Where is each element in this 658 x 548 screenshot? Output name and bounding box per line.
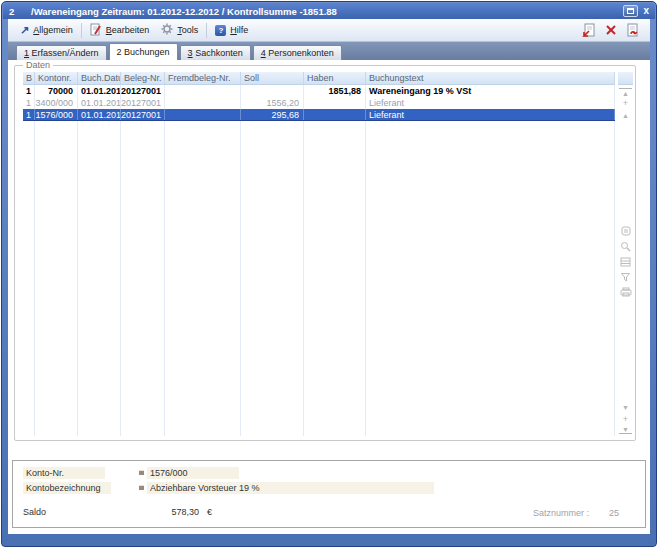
menu-label: Allgemein xyxy=(33,25,73,35)
column-header[interactable]: Fremdbeleg-Nr. xyxy=(165,72,241,84)
cell-kontonr: 1576/000 xyxy=(35,109,78,120)
column-header[interactable]: Kontonr. xyxy=(35,72,78,84)
menu-separator xyxy=(81,23,82,38)
close-icon[interactable]: x xyxy=(643,6,649,16)
main-area: Daten B Kontonr. Buch.Datum Beleg-Nr. Fr… xyxy=(8,60,650,451)
window-title: /Wareneingang Zeitraum: 01.2012-12.2012 … xyxy=(31,6,337,17)
menu-tools[interactable]: Tools xyxy=(155,21,204,39)
kontobezeichnung-label: Kontobezeichnung xyxy=(23,482,111,494)
page-down-icon[interactable]: + xyxy=(619,413,632,425)
window-number: 2 xyxy=(9,6,31,17)
first-row-icon[interactable]: ▲ xyxy=(619,88,632,97)
menu-label: Hilfe xyxy=(230,25,248,35)
satznummer-value: 25 xyxy=(609,508,619,518)
menubar: ↗ Allgemein Bearbeiten Tools ? Hilfe xyxy=(8,19,650,42)
kontobezeichnung-field[interactable]: Abziehbare Vorsteuer 19 % xyxy=(147,482,434,494)
menu-separator xyxy=(206,23,207,38)
columns-icon[interactable] xyxy=(621,226,631,236)
cell-haben xyxy=(304,97,366,109)
table-header-corner xyxy=(618,72,633,85)
cell-haben: 1851,88 xyxy=(304,85,366,97)
cell-soll: 1556,20 xyxy=(241,97,304,109)
page-edit-icon xyxy=(90,23,102,38)
cell-soll: 295,68 xyxy=(241,109,304,120)
satznummer: Satznummer : 25 xyxy=(533,508,619,518)
help-icon: ? xyxy=(215,25,226,36)
cell-buchungstext: Lieferant xyxy=(366,109,615,120)
column-header[interactable]: Buch.Datum xyxy=(78,72,121,84)
print-icon[interactable] xyxy=(620,287,632,297)
cell-soll xyxy=(241,85,304,97)
sum-icon[interactable] xyxy=(620,257,631,267)
cell-buchdatum: 01.01.2012 xyxy=(78,85,121,97)
cell-buchungstext: Lieferant xyxy=(366,97,615,109)
detail-panel: Konto-Nr. 1576/000 Kontobezeichnung Abzi… xyxy=(12,460,646,528)
cell-fremdbeleg xyxy=(165,97,241,109)
cell-belegnr: 20127001 xyxy=(121,109,165,120)
saldo-value: 578,30 xyxy=(141,507,199,517)
tab-erfassen-aendern[interactable]: 1 Erfassen/Ändern xyxy=(16,45,107,60)
document-export-icon[interactable] xyxy=(582,23,596,38)
column-header[interactable]: Haben xyxy=(304,72,366,84)
satznummer-label: Satznummer : xyxy=(533,508,589,518)
cell-belegnr: 20127001 xyxy=(121,97,165,109)
search-icon[interactable] xyxy=(620,241,631,252)
menu-bearbeiten[interactable]: Bearbeiten xyxy=(84,21,156,40)
tab-personenkonten[interactable]: 4 Personenkonten xyxy=(253,45,342,60)
table-empty-grid xyxy=(23,121,615,436)
titlebar: 2 /Wareneingang Zeitraum: 01.2012-12.201… xyxy=(3,3,655,19)
tab-sachkonten[interactable]: 3 Sachkonten xyxy=(180,45,251,60)
delete-x-icon[interactable] xyxy=(605,24,617,36)
row-down-icon[interactable]: ▼ xyxy=(619,401,632,413)
cell-b: 1 xyxy=(23,97,35,109)
cell-buchdatum: 01.01.2012 xyxy=(78,97,121,109)
saldo-currency: € xyxy=(207,507,212,517)
cell-kontonr: 70000 xyxy=(35,85,78,97)
bookings-table: B Kontonr. Buch.Datum Beleg-Nr. Fremdbel… xyxy=(23,72,615,436)
cell-kontonr: 3400/000 xyxy=(35,97,78,109)
restore-icon[interactable] xyxy=(623,5,638,17)
konto-nr-field[interactable]: 1576/000 xyxy=(147,467,239,479)
cell-haben xyxy=(304,109,366,120)
equals-icon xyxy=(139,485,144,490)
table-side-toolbar: ▲ + ▲ ▼ + ▼ xyxy=(618,72,633,436)
cell-belegnr: 20127001 xyxy=(121,85,165,97)
gear-icon xyxy=(161,23,173,37)
menu-label: Bearbeiten xyxy=(106,25,150,35)
column-header[interactable]: Buchungstext xyxy=(366,72,615,84)
cell-fremdbeleg xyxy=(165,85,241,97)
equals-icon xyxy=(139,470,144,475)
table-row-selected[interactable]: 1 1576/000 01.01.2012 20127001 295,68 Li… xyxy=(23,109,615,121)
cell-fremdbeleg xyxy=(165,109,241,120)
menu-hilfe[interactable]: ? Hilfe xyxy=(209,23,254,38)
cell-buchdatum: 01.01.2012 xyxy=(78,109,121,120)
table-row[interactable]: 1 3400/000 01.01.2012 20127001 1556,20 L… xyxy=(23,97,615,109)
cell-b: 1 xyxy=(23,109,35,120)
column-header[interactable]: Beleg-Nr. xyxy=(121,72,165,84)
column-header[interactable]: B xyxy=(23,72,35,84)
arrow-up-right-icon: ↗ xyxy=(20,25,29,35)
page-up-icon[interactable]: + xyxy=(619,97,632,109)
konto-nr-label: Konto-Nr. xyxy=(23,467,105,479)
table-header: B Kontonr. Buch.Datum Beleg-Nr. Fremdbel… xyxy=(23,72,615,85)
column-header[interactable]: Soll xyxy=(241,72,304,84)
daten-groupbox: Daten B Kontonr. Buch.Datum Beleg-Nr. Fr… xyxy=(14,65,636,441)
menu-label: Tools xyxy=(177,25,198,35)
document-exit-icon[interactable] xyxy=(626,23,640,38)
app-window: 2 /Wareneingang Zeitraum: 01.2012-12.201… xyxy=(1,1,657,547)
cell-b: 1 xyxy=(23,85,35,97)
saldo-label: Saldo xyxy=(23,507,46,517)
tab-buchungen[interactable]: 2 Buchungen xyxy=(109,43,178,60)
row-up-icon[interactable]: ▲ xyxy=(619,109,632,121)
table-row[interactable]: 1 70000 01.01.2012 20127001 1851,88 Ware… xyxy=(23,85,615,97)
menu-allgemein[interactable]: ↗ Allgemein xyxy=(14,23,79,37)
filter-icon[interactable] xyxy=(620,272,631,282)
tabstrip: 1 Erfassen/Ändern 2 Buchungen 3 Sachkont… xyxy=(8,42,650,60)
last-row-icon[interactable]: ▼ xyxy=(619,425,632,434)
groupbox-legend: Daten xyxy=(23,60,53,70)
cell-buchungstext: Wareneingang 19 % VSt xyxy=(366,85,615,97)
